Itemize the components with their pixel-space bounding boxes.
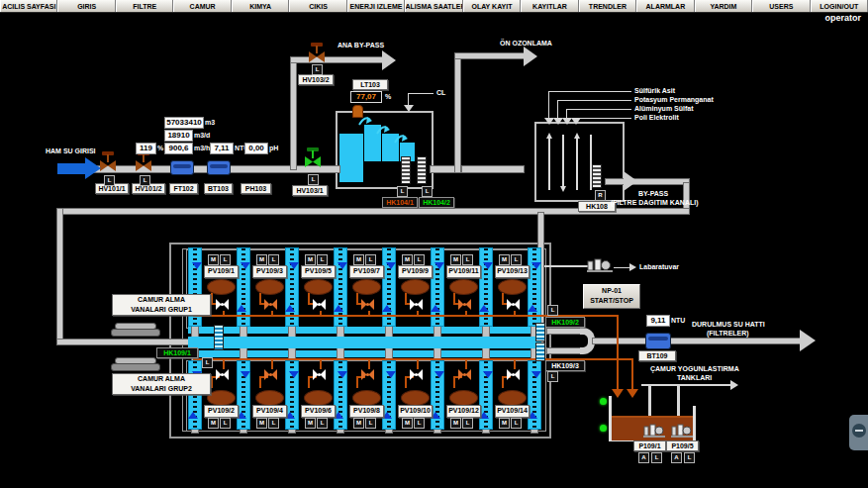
- inlet-valve-1-icon[interactable]: [98, 150, 118, 172]
- valve2-local-box[interactable]: L: [140, 175, 150, 186]
- ph-meter-label[interactable]: PH103: [241, 183, 271, 194]
- outlet-gate-bottom-icon[interactable]: [535, 342, 545, 361]
- outlet-gate-top-icon[interactable]: [535, 323, 545, 342]
- filter-mode-l-box[interactable]: L: [220, 418, 231, 429]
- filter-valve-label[interactable]: PV109/2: [204, 405, 239, 418]
- butterfly-valve-icon[interactable]: [457, 368, 472, 381]
- tank-inlet-valve-local-box[interactable]: L: [308, 174, 319, 185]
- filter-valve-label[interactable]: PV109/14: [495, 405, 530, 418]
- aeration-gate1-icon[interactable]: [401, 156, 411, 184]
- filter-mode-l-box[interactable]: L: [317, 418, 328, 429]
- pump1-local-box[interactable]: L: [651, 452, 662, 463]
- filter-valve-label[interactable]: PV109/4: [252, 405, 287, 418]
- pump2-auto-box[interactable]: A: [671, 452, 682, 463]
- butterfly-valve-icon[interactable]: [457, 298, 472, 311]
- aeration-gate2-icon[interactable]: [417, 156, 427, 184]
- bypass-valve-local-box[interactable]: L: [312, 64, 323, 75]
- filter-valve-label[interactable]: PV109/3: [252, 265, 287, 278]
- filter-mode-m-box[interactable]: M: [305, 254, 316, 265]
- butterfly-valve-icon[interactable]: [506, 368, 521, 381]
- mixer-gate-icon[interactable]: [592, 164, 602, 188]
- butterfly-valve-icon[interactable]: [312, 298, 327, 311]
- turbidity-meter-label[interactable]: BT103: [204, 183, 233, 194]
- menu-item[interactable]: ACILIS SAYFASI: [0, 0, 57, 12]
- sludge-group2-label[interactable]: CAMUR ALMAVANALARI GRUP2: [112, 373, 211, 395]
- aeration-gate1-label[interactable]: HK104/1: [382, 197, 418, 208]
- tank-inlet-valve-label[interactable]: HV103/1: [292, 185, 328, 196]
- filter-valve-label[interactable]: PV109/13: [495, 265, 530, 278]
- butterfly-valve-icon[interactable]: [263, 298, 278, 311]
- sludge-pump1-icon[interactable]: [643, 424, 665, 439]
- menu-item[interactable]: KIMYA: [232, 0, 289, 12]
- filter-mode-l-box[interactable]: L: [365, 254, 376, 265]
- filter-mode-m-box[interactable]: M: [208, 418, 219, 429]
- filter-mode-l-box[interactable]: L: [268, 418, 279, 429]
- filter-mode-m-box[interactable]: M: [402, 254, 413, 265]
- filter-mode-m-box[interactable]: M: [450, 418, 461, 429]
- menu-item[interactable]: KAYITLAR: [521, 0, 578, 12]
- menu-item[interactable]: ENERJI IZLEME: [347, 0, 405, 12]
- filter-mode-l-box[interactable]: L: [462, 418, 473, 429]
- menu-item[interactable]: FILTRE: [116, 0, 173, 12]
- menu-item[interactable]: TRENDLER: [579, 0, 636, 12]
- butterfly-valve-icon[interactable]: [409, 298, 424, 311]
- filter-mode-l-box[interactable]: L: [414, 254, 425, 265]
- menu-item[interactable]: CALISMA SAATLERI: [405, 0, 462, 12]
- turbidity-meter-icon[interactable]: [207, 160, 231, 175]
- filter-mode-m-box[interactable]: M: [450, 254, 461, 265]
- filter-valve-label[interactable]: PV109/6: [301, 405, 336, 418]
- filter-mode-m-box[interactable]: M: [353, 254, 364, 265]
- outlet-gate-bottom-local-box[interactable]: L: [547, 371, 558, 382]
- menu-item[interactable]: YARDIM: [695, 0, 752, 12]
- outlet-gate-bottom-label[interactable]: HK109/3: [545, 360, 585, 371]
- filter-valve-label[interactable]: PV109/9: [398, 265, 433, 278]
- pump1-auto-box[interactable]: A: [638, 452, 649, 463]
- gallery-inlet-gate-label[interactable]: HK109/1: [156, 347, 198, 358]
- filter-mode-m-box[interactable]: M: [353, 418, 364, 429]
- butterfly-valve-icon[interactable]: [506, 298, 521, 311]
- outlet-gate-top-local-box[interactable]: L: [547, 305, 558, 316]
- lab-pump-icon[interactable]: [587, 257, 613, 274]
- sludge-pump2-icon[interactable]: [671, 424, 693, 439]
- filter-mode-l-box[interactable]: L: [317, 254, 328, 265]
- filter-mode-l-box[interactable]: L: [462, 254, 473, 265]
- flowmeter-label[interactable]: FT102: [169, 183, 198, 194]
- butterfly-valve-icon[interactable]: [409, 368, 424, 381]
- mixer-gate-remote-box[interactable]: R: [595, 190, 606, 201]
- butterfly-valve-icon[interactable]: [360, 298, 375, 311]
- filter-valve-label[interactable]: PV109/11: [446, 265, 481, 278]
- filter-valve-label[interactable]: PV109/10: [398, 405, 433, 418]
- filter-valve-label[interactable]: PV109/8: [349, 405, 384, 418]
- sludge-pump1-label[interactable]: P109/1: [633, 440, 666, 451]
- gallery-inlet-gate-icon[interactable]: [214, 325, 224, 350]
- corner-widget[interactable]: [849, 415, 868, 450]
- butterfly-valve-icon[interactable]: [360, 368, 375, 381]
- lab-pump-startstop-button[interactable]: NP-01START/STOP: [583, 284, 640, 309]
- outlet-turbidity-meter-icon[interactable]: [645, 333, 671, 349]
- filter-mode-m-box[interactable]: M: [499, 254, 510, 265]
- filter-mode-m-box[interactable]: M: [208, 254, 219, 265]
- menu-item[interactable]: USERS: [752, 0, 810, 12]
- filter-valve-label[interactable]: PV109/1: [204, 265, 239, 278]
- menu-item[interactable]: GIRIS: [57, 0, 115, 12]
- bypass-valve-label[interactable]: HV103/2: [298, 74, 334, 85]
- bypass-valve-icon[interactable]: [307, 42, 327, 63]
- filter-mode-l-box[interactable]: L: [511, 418, 522, 429]
- gate2-local-box[interactable]: L: [422, 186, 433, 197]
- filter-mode-m-box[interactable]: M: [402, 418, 413, 429]
- filter-mode-l-box[interactable]: L: [220, 254, 231, 265]
- filter-valve-label[interactable]: PV109/7: [349, 265, 384, 278]
- tank-inlet-valve-icon[interactable]: [303, 146, 323, 168]
- filter-mode-m-box[interactable]: M: [499, 418, 510, 429]
- filter-mode-m-box[interactable]: M: [256, 254, 267, 265]
- menu-item[interactable]: CIKIS: [289, 0, 346, 12]
- outlet-meter-label[interactable]: BT109: [638, 350, 676, 361]
- gate1-local-box[interactable]: L: [397, 186, 408, 197]
- butterfly-valve-icon[interactable]: [263, 368, 278, 381]
- filter-mode-m-box[interactable]: M: [305, 418, 316, 429]
- menu-item[interactable]: CAMUR: [173, 0, 231, 12]
- filter-mode-m-box[interactable]: M: [256, 418, 267, 429]
- menu-item[interactable]: ALARMLAR: [636, 0, 694, 12]
- outlet-gate-top-label[interactable]: HK109/2: [545, 317, 585, 328]
- sludge-group1-label[interactable]: CAMUR ALMAVANALARI GRUP1: [112, 294, 211, 316]
